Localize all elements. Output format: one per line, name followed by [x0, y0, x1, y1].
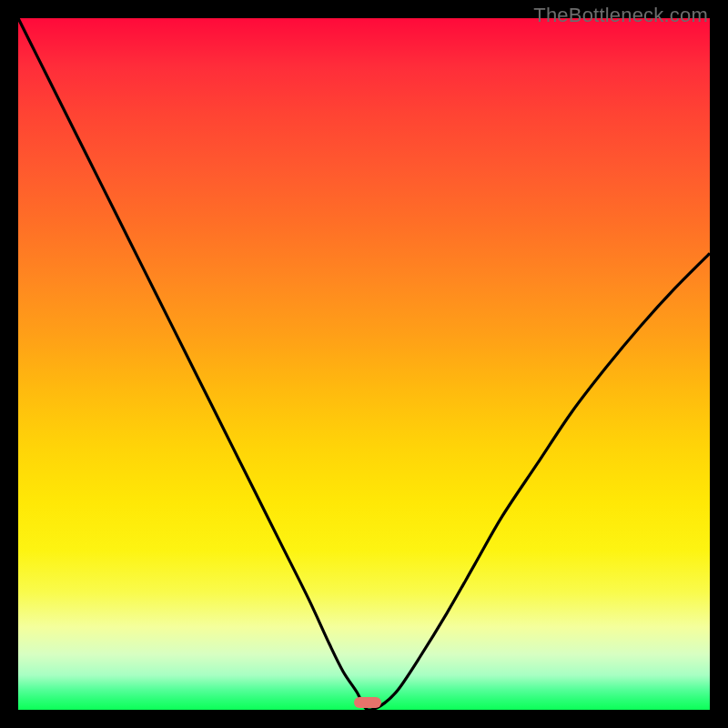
watermark-text: TheBottleneck.com	[533, 4, 708, 27]
plot-area	[18, 18, 710, 710]
chart-frame: TheBottleneck.com	[0, 0, 728, 728]
curve-path	[18, 18, 710, 710]
bottleneck-curve	[18, 18, 710, 710]
minimum-marker	[354, 697, 381, 708]
